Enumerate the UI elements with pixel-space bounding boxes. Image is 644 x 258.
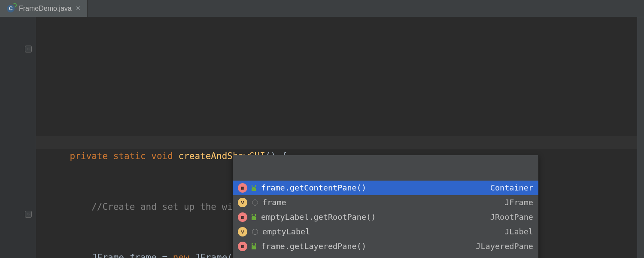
- completion-item-type: JLabel: [504, 225, 533, 238]
- method-icon: m: [238, 242, 247, 251]
- current-line-highlight: [36, 136, 637, 149]
- unlock-icon: [251, 185, 257, 191]
- method-icon: m: [238, 183, 247, 193]
- override-marker-icon[interactable]: [25, 211, 32, 218]
- method-icon: m: [238, 212, 247, 222]
- completion-item-label: frame.getContentPane(): [261, 181, 490, 194]
- override-marker-icon[interactable]: [25, 46, 32, 52]
- completion-item-label: emptyLabel: [262, 225, 504, 238]
- unlock-icon: [251, 243, 257, 249]
- variable-icon: v: [238, 198, 247, 207]
- completion-item-label: frame: [262, 196, 504, 209]
- completion-item-type: JLayeredPane: [476, 240, 533, 253]
- scrollbar[interactable]: [637, 17, 644, 258]
- run-arrows-icon: [12, 2, 18, 8]
- completion-item[interactable]: mframe.getContentPane()Container: [233, 181, 538, 195]
- completion-item[interactable]: memptyLabel.getRootPane()JRootPane: [233, 210, 538, 224]
- local-scope-icon: [252, 200, 258, 206]
- unlock-icon: [251, 214, 257, 220]
- code-area[interactable]: private static void createAndShowGUI() {…: [36, 17, 637, 258]
- local-scope-icon: [252, 229, 258, 235]
- completion-popup: mframe.getContentPane()ContainervframeJF…: [232, 155, 539, 258]
- completion-item-type: JRootPane: [490, 211, 533, 224]
- close-icon[interactable]: ×: [76, 4, 81, 13]
- completion-item-label: emptyLabel.getRootPane(): [261, 211, 490, 224]
- completion-item-type: Container: [490, 181, 533, 194]
- completion-item[interactable]: vframeJFrame: [233, 195, 538, 210]
- tab-framedemo[interactable]: FrameDemo.java ×: [0, 0, 88, 17]
- tab-filename: FrameDemo.java: [19, 5, 72, 12]
- completion-item-label: frame.getLayeredPane(): [261, 240, 476, 253]
- completion-item-type: JFrame: [504, 196, 533, 209]
- tab-strip: FrameDemo.java ×: [0, 0, 644, 17]
- variable-icon: v: [238, 227, 247, 236]
- completion-item[interactable]: vemptyLabelJLabel: [233, 224, 538, 239]
- editor: private static void createAndShowGUI() {…: [0, 17, 644, 258]
- completion-item[interactable]: mframe.getLayeredPane()JLayeredPane: [233, 239, 538, 254]
- java-class-icon: [7, 5, 15, 12]
- gutter[interactable]: [0, 17, 36, 258]
